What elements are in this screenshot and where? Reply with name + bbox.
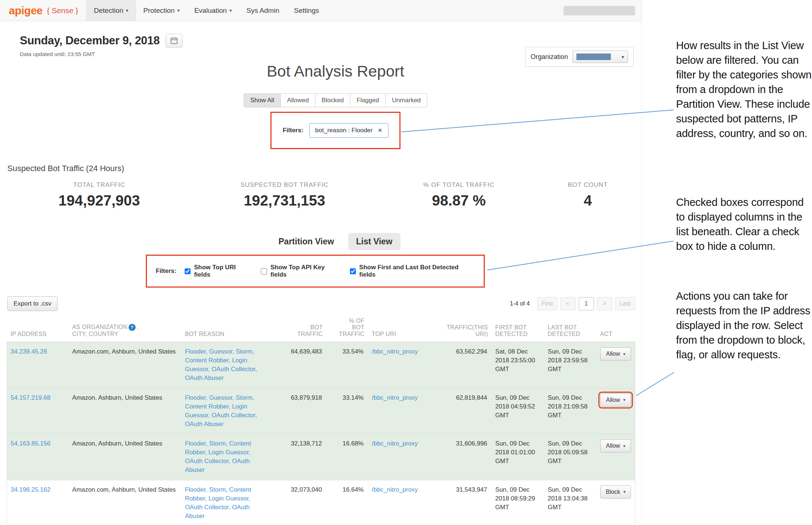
as-organization-cell: Amazon, Ashburn, United States: [69, 388, 181, 434]
column-header-last-bot-detected: LAST BOT DETECTED: [544, 315, 597, 342]
stat-value: 4: [540, 192, 635, 209]
bot-results-table: IP ADDRESS AS ORGANIZATION?, CITY, COUNT…: [7, 315, 635, 525]
ip-address-link[interactable]: 54.157.219.68: [11, 394, 51, 401]
checkbox-label: Show Top URI fields: [194, 264, 253, 278]
caret-down-icon: ▾: [623, 398, 625, 402]
first-detected-cell: Sun, 09 Dec 2018 08:59:29 GMT: [492, 480, 544, 525]
pct-bot-traffic-cell: 33.54%: [326, 342, 368, 388]
pagination-first-button[interactable]: First: [537, 297, 557, 310]
organization-label: Organization: [531, 53, 568, 61]
column-header-top-uri: TOP URI: [368, 315, 433, 342]
calendar-icon: [170, 37, 178, 44]
stat-percent-of-total: % OF TOTAL TRAFFIC 98.87 %: [377, 181, 540, 209]
pagination-page-1[interactable]: 1: [579, 297, 594, 310]
top-uri-link[interactable]: /bbc_nitro_proxy: [372, 440, 418, 447]
bot-traffic-cell: 63,879,918: [265, 388, 326, 434]
nav-item-evaluation[interactable]: Evaluation ▾: [187, 0, 239, 21]
filter-tag-text: bot_reason : Flooder: [315, 127, 373, 134]
column-header-ip-address: IP ADDRESS: [7, 315, 69, 342]
tab-show-all[interactable]: Show All: [244, 93, 281, 107]
action-dropdown[interactable]: Allow▾: [600, 347, 631, 361]
caret-down-icon: ▾: [621, 54, 624, 60]
as-organization-cell: Amazon, Ashburn, United States: [69, 434, 181, 480]
ip-address-link[interactable]: 54.163.85.156: [11, 440, 51, 447]
stat-value: 194,927,903: [7, 192, 192, 209]
top-uri-link[interactable]: /bbc_nitro_proxy: [372, 394, 418, 401]
first-detected-cell: Sun, 09 Dec 2018 01:01:00 GMT: [492, 434, 544, 480]
last-detected-cell: Sun, 09 Dec 2018 05:09:58 GMT: [544, 434, 597, 480]
brand: apigee { Sense }: [9, 0, 78, 21]
top-navbar: apigee { Sense } Detection ▾ Protection …: [0, 0, 642, 21]
main-content: Sunday, December 9, 2018 Data updated un…: [0, 34, 642, 525]
nav-label: Detection: [94, 7, 123, 15]
status-tab-group: Show All Allowed Blocked Flagged Unmarke…: [21, 93, 650, 107]
export-csv-button[interactable]: Export to .csv: [7, 296, 58, 311]
organization-redacted-value: [576, 53, 611, 60]
checkbox-top-uri[interactable]: [185, 268, 191, 274]
apigee-logo[interactable]: apigee: [9, 4, 43, 17]
uri-traffic-cell: 62,819,844: [433, 388, 491, 434]
bot-reason-links[interactable]: Flooder, Guessor, Storm, Content Robber,…: [185, 348, 257, 381]
action-dropdown[interactable]: Block▾: [600, 485, 631, 499]
column-header-bot-reason: BOT REASON: [181, 315, 266, 342]
table-header-row: IP ADDRESS AS ORGANIZATION?, CITY, COUNT…: [7, 315, 635, 342]
organization-dropdown[interactable]: ▾: [572, 51, 628, 63]
filter-checkbox-top-uri[interactable]: Show Top URI fields: [185, 264, 253, 278]
checkbox-label: Show Top API Key fields: [270, 264, 342, 278]
nav-item-settings[interactable]: Settings: [287, 0, 326, 21]
tab-blocked[interactable]: Blocked: [315, 93, 350, 107]
help-icon[interactable]: ?: [129, 324, 136, 331]
tab-list-view[interactable]: List View: [348, 233, 401, 250]
bot-traffic-cell: 64,639,483: [265, 342, 326, 388]
bot-traffic-cell: 32,073,040: [265, 480, 326, 525]
nav-item-sys-admin[interactable]: Sys Admin: [239, 0, 287, 21]
filters-label: Filters:: [156, 267, 177, 275]
filter-checkbox-api-key[interactable]: Show Top API Key fields: [261, 264, 342, 278]
pct-bot-traffic-cell: 16.68%: [326, 434, 368, 480]
ip-address-link[interactable]: 34.239.45.28: [11, 348, 47, 355]
ip-address-link[interactable]: 34.196.25.162: [11, 486, 51, 493]
table-row: 54.157.219.68 Amazon, Ashburn, United St…: [7, 388, 635, 434]
stat-bot-count: BOT COUNT 4: [540, 181, 635, 209]
tab-partition-view[interactable]: Partition View: [270, 233, 342, 250]
top-uri-link[interactable]: /bbc_nitro_proxy: [372, 486, 418, 493]
stat-suspected-bot-traffic: SUSPECTED BOT TRAFFIC 192,731,153: [192, 181, 377, 209]
callout-box-column-filters: Filters: Show Top URI fields Show Top AP…: [146, 255, 485, 288]
bot-reason-links[interactable]: Flooder, Storm, Content Robber, Login Gu…: [185, 440, 251, 473]
checkbox-first-last-detected[interactable]: [350, 268, 356, 274]
pagination-next-button[interactable]: >: [597, 297, 612, 310]
tab-allowed[interactable]: Allowed: [281, 93, 315, 107]
pagination-range: 1-4 of 4: [510, 300, 529, 307]
top-uri-link[interactable]: /bbc_nitro_proxy: [372, 348, 418, 355]
tab-flagged[interactable]: Flagged: [350, 93, 385, 107]
remove-filter-icon[interactable]: ✕: [378, 127, 383, 134]
action-label: Allow: [606, 397, 620, 403]
annotation-checkbox-explanation: Checked boxes correspond to displayed co…: [676, 195, 812, 254]
nav-label: Protection: [143, 7, 175, 15]
calendar-button[interactable]: [166, 34, 182, 48]
action-dropdown[interactable]: Allow▾: [600, 439, 631, 452]
action-label: Allow: [606, 351, 620, 357]
table-row: 54.163.85.156 Amazon, Ashburn, United St…: [7, 434, 635, 480]
nav-item-protection[interactable]: Protection ▾: [136, 0, 187, 21]
nav-item-detection[interactable]: Detection ▾: [86, 0, 136, 21]
filter-checkbox-first-last-detected[interactable]: Show First and Last Bot Detected fields: [350, 264, 475, 278]
header-text: ,: [137, 324, 139, 330]
uri-traffic-cell: 31,543,947: [433, 480, 491, 525]
caret-down-icon: ▾: [623, 352, 625, 356]
action-label: Block: [606, 489, 620, 495]
nav-label: Sys Admin: [246, 7, 279, 15]
caret-down-icon: ▾: [126, 8, 129, 13]
bot-reason-links[interactable]: Flooder, Guessor, Storm, Content Robber,…: [185, 394, 257, 428]
tab-unmarked[interactable]: Unmarked: [386, 93, 427, 107]
pagination-prev-button[interactable]: <: [560, 297, 576, 310]
as-organization-cell: Amazon.com, Ashburn, United States: [69, 342, 181, 388]
action-dropdown-highlighted[interactable]: Allow▾: [600, 393, 631, 407]
stat-total-traffic: TOTAL TRAFFIC 194,927,903: [7, 181, 192, 209]
column-header-as-organization: AS ORGANIZATION?, CITY, COUNTRY: [69, 315, 181, 342]
page: apigee { Sense } Detection ▾ Protection …: [0, 0, 812, 525]
checkbox-api-key[interactable]: [261, 268, 267, 274]
stat-label: BOT COUNT: [540, 181, 635, 189]
pagination-last-button[interactable]: Last: [615, 297, 635, 310]
bot-reason-links[interactable]: Flooder, Storm, Content Robber, Login Gu…: [185, 486, 251, 520]
